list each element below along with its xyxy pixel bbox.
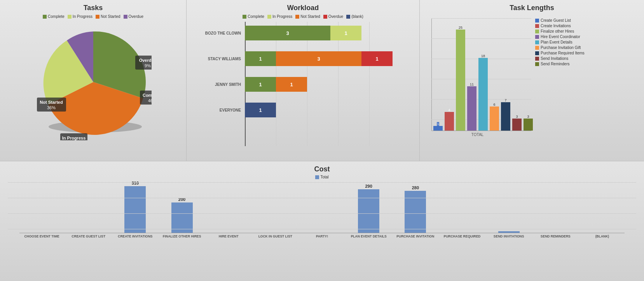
tl-rect-6 [490, 106, 499, 131]
cost-rect-createinv [124, 186, 146, 233]
tl-val-4: 11 [470, 82, 474, 86]
wl-notstarted-label: Not Started [300, 14, 320, 19]
jenny-notstarted-bar: 1 [276, 77, 307, 92]
tl-legend-label-2: Create Invitations [541, 24, 571, 28]
tl-rect-7 [501, 102, 510, 131]
tl-legend-label-3: Finalize other Hires [541, 29, 574, 33]
svg-text:Overdue: Overdue [139, 58, 151, 63]
cost-rect-sendinv [498, 231, 520, 233]
cost-bar-createinv: 310 [113, 181, 157, 233]
workload-row-bozo: BOZO THE CLOWN 3 1 [245, 26, 415, 40]
tl-legend-dot-4 [535, 35, 539, 39]
legend-complete: Complete [43, 14, 65, 19]
legend-inprogress: In Progress [68, 14, 92, 19]
tasklengths-panel: Task Lengths 1 [420, 0, 644, 161]
tl-legend-dot-2 [535, 24, 539, 28]
stacy-complete-bar: 1 [245, 51, 276, 66]
tl-rect-2 [445, 112, 454, 131]
inprogress-label: In Progress [73, 14, 92, 19]
tl-legend-dot-7 [535, 51, 539, 55]
svg-text:In Progress: In Progress [62, 136, 86, 140]
svg-text:Complete: Complete [142, 93, 151, 98]
cost-panel: Cost Total [0, 161, 644, 281]
svg-text:46%: 46% [148, 98, 151, 103]
bozo-inprogress-bar: 1 [330, 26, 361, 40]
tl-rect-8 [512, 119, 522, 131]
tl-yaxis [431, 18, 432, 131]
tl-val-9: 3 [527, 115, 529, 119]
tl-rect-5 [478, 58, 488, 131]
stacy-overdue-bar: 1 [361, 51, 393, 66]
tasks-panel: Tasks Complete In Progress Not Started O… [0, 0, 187, 161]
pie-chart: Overdue 9% Complete 46% Not Started 36% … [35, 24, 152, 140]
svg-text:Not Started: Not Started [40, 100, 63, 105]
wl-complete-label: Complete [248, 14, 264, 19]
cost-bar-purchaseinv: 280 [393, 185, 438, 233]
workload-panel: Workload Complete In Progress Not Starte… [187, 0, 420, 161]
tl-bar-finalize: 25 [456, 26, 465, 131]
tl-legend-dot-5 [535, 40, 539, 44]
cost-rect-purchaseinv [405, 191, 426, 233]
cost-chart-container: 310 200 [8, 182, 636, 238]
wl-overdue-label: Overdue [328, 14, 343, 19]
cost-legend: Total [8, 175, 636, 179]
tl-bar-purchase-inv: 6 [490, 103, 499, 131]
cost-label-purchaseinv: PURCHASE INVITATION [393, 234, 438, 238]
svg-text:36%: 36% [47, 105, 55, 110]
cost-grid-3 [8, 229, 636, 229]
legend-notstarted: Not Started [96, 14, 120, 19]
complete-label: Complete [48, 14, 65, 19]
stacy-label: STACY WILLIAMS [190, 57, 241, 61]
workload-row-everyone: EVERYONE 1 [245, 103, 415, 117]
cost-label-purchasereq: PURCHASE REQUIRED [440, 234, 484, 238]
complete-dot [43, 15, 47, 19]
tl-legend-item-6: Purchase Invitation Gift [535, 45, 636, 50]
tl-legend-item-4: Hire Event Coordinator [535, 35, 636, 39]
tl-bar-plan: 18 [478, 54, 488, 131]
cost-label-finalize: FINALIZE OTHER HIRES [159, 234, 204, 238]
dashboard: Tasks Complete In Progress Not Started O… [0, 0, 644, 281]
wl-legend-complete: Complete [243, 14, 264, 19]
wl-notstarted-dot [295, 15, 299, 19]
cost-val-plan: 290 [365, 184, 372, 188]
cost-total-label: Total [320, 175, 328, 179]
pie-container: Overdue 9% Complete 46% Not Started 36% … [4, 22, 182, 142]
tl-legend-dot-3 [535, 30, 539, 33]
jenny-label: JENNY SMITH [190, 82, 241, 87]
wl-legend-overdue: Overdue [323, 14, 343, 19]
tl-legend-dot-9 [535, 62, 539, 66]
tl-rect-4 [467, 86, 476, 131]
tasks-title: Tasks [4, 4, 182, 12]
overdue-label: Overdue [129, 14, 143, 19]
tl-bar-send-inv: 3 [512, 115, 522, 131]
workload-legend: Complete In Progress Not Started Overdue… [190, 14, 415, 19]
tl-val-8: 3 [516, 115, 518, 119]
svg-text:9%: 9% [145, 63, 151, 68]
tl-rect-3 [456, 30, 465, 131]
tl-legend-dot-8 [535, 57, 539, 61]
cost-label-choose: CHOOSE EVENT TIME [19, 234, 64, 238]
cost-val-createinv: 310 [132, 181, 139, 185]
workload-chart: BOZO THE CLOWN 3 1 STACY WILLIAMS 1 3 1 … [190, 22, 415, 154]
tl-rect-9 [524, 119, 533, 131]
wl-blank-dot [346, 15, 350, 19]
cost-label-guestlist: CREATE GUEST LIST [66, 234, 111, 238]
tl-legend: Create Guest List Create Invitations Fin… [535, 18, 636, 67]
tl-legend-item-8: Send Invitations [535, 56, 636, 61]
inprogress-dot [68, 15, 72, 19]
tl-legend-item-1: Create Guest List [535, 18, 636, 23]
cost-label-hire: HIRE EVENT [206, 234, 251, 238]
everyone-blank-bar: 1 [245, 103, 276, 117]
cost-total-dot [315, 175, 319, 179]
tl-legend-label-7: Purchase Required Items [541, 51, 585, 55]
tl-legend-item-3: Finalize other Hires [535, 29, 636, 33]
notstarted-dot [96, 15, 99, 19]
cost-legend-total: Total [315, 175, 328, 179]
cost-rect-plan [358, 189, 379, 233]
tl-legend-item-5: Plan Event Details [535, 40, 636, 44]
tl-bar-purchase-req: 7 [501, 98, 510, 131]
tl-legend-label-6: Purchase Invitation Gift [541, 45, 581, 50]
cost-labels-row: CHOOSE EVENT TIME CREATE GUEST LIST CREA… [8, 233, 636, 238]
cost-label-lock: LOCK IN GUEST LIST [253, 234, 298, 238]
cost-bar-sendinv [487, 231, 531, 233]
